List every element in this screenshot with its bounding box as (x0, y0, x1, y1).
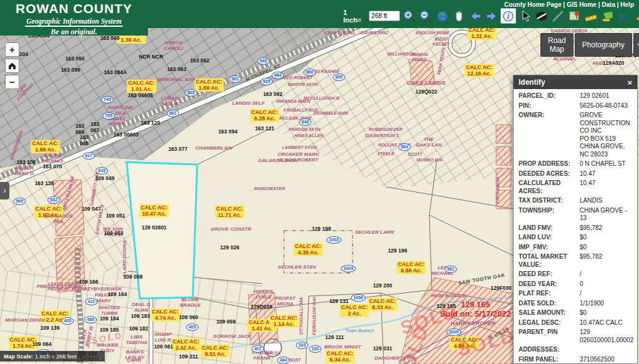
ruler-icon (584, 9, 598, 23)
identify-field-row: SALE AMOUNT:$0 (519, 309, 632, 317)
identify-field-row: DEED YEAR:0 (519, 280, 632, 289)
link-help[interactable]: Help (620, 1, 634, 8)
field-value: 129 02601 (580, 92, 609, 100)
field-value: LANDIS (580, 197, 602, 205)
home-icon (7, 61, 17, 70)
identify-field-row: PARCEL_ID:129 02601 (519, 92, 632, 100)
scale-input-label: 1 Inch= (343, 9, 366, 24)
identify-tool-button[interactable]: i (500, 8, 516, 24)
pan-hand-icon (452, 9, 466, 23)
field-label: PIN: (519, 102, 580, 110)
field-value: / (580, 290, 582, 298)
photography-button[interactable]: Photography (575, 33, 632, 57)
field-label: CALCULATED ACRES: (519, 180, 580, 195)
zoom-in-icon (402, 9, 416, 23)
identify-field-row: PLAT REF:/ (519, 290, 632, 298)
gis-application-window: ROWAN COUNTY Geographic Information Syst… (0, 0, 639, 364)
logo-title: ROWAN COUNTY (0, 2, 148, 15)
identify-fields: PARCEL_ID:129 02601PIN:5625-06-48-0743OW… (514, 89, 637, 363)
globe-icon (436, 9, 449, 23)
identify-field-row: LAND FMV:$95,782 (519, 224, 632, 232)
field-label: PLAT REF: (519, 290, 580, 298)
field-label: ADDRESSES: (519, 346, 580, 354)
draw-toggle-icon (535, 9, 549, 23)
field-value: 5625-06-48-0743 (580, 102, 628, 110)
identify-field-row: DEED REF:/ (519, 271, 632, 279)
field-label: DEEDED ACRES: (519, 170, 580, 178)
field-value: 10.47AC CALC (580, 319, 622, 327)
measure-area-button[interactable] (600, 8, 615, 24)
zoom-out-tool-button[interactable] (418, 8, 433, 24)
road-map-button[interactable]: Road Map (540, 33, 573, 57)
map-scale-value: 1 inch = 268 feet (35, 353, 77, 360)
identify-field-row: LEGAL DESC:10.47AC CALC (519, 319, 632, 327)
identify-field-row: DATE SOLD:1/1/1900 (519, 300, 632, 308)
map-zoom-in-button[interactable]: + (5, 42, 19, 57)
link-gis-home[interactable]: GIS Home (567, 1, 597, 8)
field-value: 0 (580, 280, 583, 289)
google-maps-button[interactable] (567, 8, 582, 24)
zoom-in-tool-button[interactable] (401, 8, 416, 24)
identify-field-row: LAND LUV:$0 (519, 234, 632, 242)
identify-panel: Identify × PARCEL_ID:129 02601PIN:5625-0… (513, 75, 638, 364)
pencil-icon (634, 9, 639, 23)
field-value: $0 (580, 309, 587, 317)
identify-field-row: PARENT_PIN129 0260100001,00002 (519, 328, 632, 344)
identify-field-row: CALCULATED ACRES:10.47 (519, 180, 632, 195)
measure-line-button[interactable] (550, 8, 565, 24)
field-label: SALE AMOUNT: (519, 309, 580, 317)
county-logo: ROWAN COUNTY Geographic Information Syst… (0, 0, 148, 36)
map-zoom-out-button[interactable]: − (5, 75, 19, 89)
identify-field-row: IMP_FMV:$0 (519, 244, 632, 252)
field-value: 0 N CHAPEL ST (580, 160, 626, 168)
xy-icon: XY (617, 9, 631, 23)
field-label: OWNER: (519, 112, 580, 158)
identify-field-row: OWNER:GROVE CONSTRUCTION CO INC PO BOX 5… (519, 112, 632, 158)
link-data[interactable]: Data (602, 1, 615, 8)
select-tool-button[interactable] (517, 8, 532, 24)
identify-icon: i (502, 9, 515, 23)
field-value: $0 (580, 244, 587, 252)
field-label: LEGAL DESC: (519, 319, 580, 327)
previous-extent-button[interactable] (467, 8, 482, 24)
full-extent-button[interactable] (434, 8, 449, 24)
map-home-button[interactable] (5, 59, 19, 73)
field-label: IMP_FMV: (519, 244, 580, 252)
logo-subtitle: Geographic Information System (25, 17, 123, 27)
field-value: GROVE CONSTRUCTION CO INC PO BOX 519 CHI… (580, 112, 632, 158)
field-label: LAND FMV: (519, 224, 580, 232)
logo-tagline: Be an original. (0, 27, 148, 37)
zoom-controls: + − (5, 42, 19, 89)
field-label: TOTAL MARKET VALUE: (519, 253, 580, 269)
field-label: TOWNSHIP: (519, 207, 580, 223)
map-scale-input[interactable] (369, 11, 400, 21)
draw-pencil-button[interactable] (633, 8, 639, 24)
field-label: DEED YEAR: (519, 280, 580, 289)
link-county-home[interactable]: County Home Page (504, 1, 562, 8)
field-label: DATE SOLD: (519, 300, 580, 308)
field-label: LAND LUV: (519, 234, 580, 242)
identify-field-row: PROP ADDRESS:0 N CHAPEL ST (519, 160, 632, 168)
close-icon[interactable]: × (627, 79, 632, 87)
measure-distance-button[interactable] (583, 8, 598, 24)
identify-field-row: TOWNSHIP:CHINA GROVE - 13 (519, 207, 632, 223)
measure-line-icon (551, 9, 565, 23)
back-arrow-icon (469, 9, 482, 23)
next-extent-button[interactable] (484, 8, 499, 24)
area-polygon-icon (601, 9, 615, 23)
xy-coordinates-button[interactable]: XY (617, 8, 632, 24)
field-value: 129 0260100001,00002 (580, 328, 633, 344)
identify-panel-title: Identify (519, 78, 545, 87)
draw-toggle-button[interactable] (534, 8, 549, 24)
basemap-dropdown-button[interactable]: ▾ (633, 33, 639, 57)
field-value: CHINA GROVE - 13 (580, 207, 632, 223)
identify-field-row: TOTAL MARKET VALUE:$95,782 (519, 253, 632, 269)
field-label: TAX DISTRICT: (519, 197, 580, 205)
field-value: 1/1/1900 (580, 300, 604, 308)
field-value: $95,782 (580, 224, 602, 232)
panel-collapse-arrow[interactable]: › (0, 182, 9, 199)
field-value: $95,782 (580, 253, 602, 269)
identify-field-row: FIRM PANEL:3710562500 (519, 356, 632, 364)
pan-tool-button[interactable] (451, 8, 466, 24)
field-value: / (580, 271, 582, 279)
